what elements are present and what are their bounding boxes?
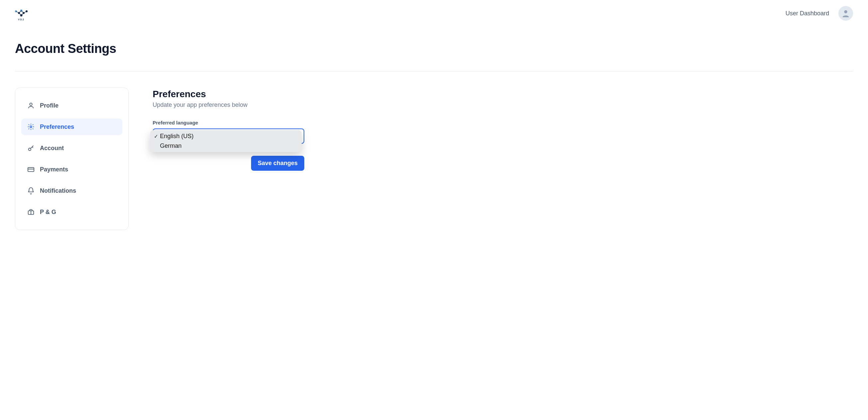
sidebar-item-profile[interactable]: Profile (21, 97, 122, 114)
briefcase-icon (27, 208, 35, 216)
svg-line-8 (21, 11, 24, 13)
header-right: User Dashboard (785, 6, 853, 21)
dashboard-link[interactable]: User Dashboard (785, 10, 829, 17)
sidebar-item-label: Notifications (40, 187, 76, 194)
sidebar-item-label: Preferences (40, 123, 74, 130)
save-button[interactable]: Save changes (251, 156, 304, 171)
user-icon (27, 102, 35, 109)
language-dropdown: ✓ English (US) German (150, 130, 302, 152)
svg-point-14 (30, 126, 32, 128)
app-header: VD2 User Dashboard (0, 0, 868, 27)
language-label: Preferred language (153, 120, 198, 125)
svg-line-10 (19, 13, 21, 15)
logo-icon (13, 6, 29, 18)
avatar-icon (841, 9, 850, 18)
svg-point-15 (29, 148, 31, 150)
gear-icon (27, 123, 35, 130)
card-icon (27, 166, 35, 173)
page-title: Account Settings (15, 41, 853, 56)
content-row: Profile Preferences Account Payments (15, 88, 853, 230)
sidebar-item-preferences[interactable]: Preferences (21, 118, 122, 135)
svg-rect-16 (28, 168, 34, 172)
sidebar-item-notifications[interactable]: Notifications (21, 182, 122, 199)
form-actions: Save changes (153, 156, 304, 171)
logo-text: VD2 (18, 18, 25, 21)
dropdown-option-label: English (US) (160, 133, 193, 140)
section-subtitle: Update your app preferences below (153, 101, 853, 109)
page-container: Account Settings Profile Preferences Ac (0, 27, 868, 230)
bell-icon (27, 187, 35, 194)
sidebar-item-pg[interactable]: P & G (21, 204, 122, 220)
sidebar-item-label: P & G (40, 209, 56, 216)
main-panel: Preferences Update your app preferences … (153, 88, 853, 230)
divider (15, 71, 853, 71)
sidebar-item-payments[interactable]: Payments (21, 161, 122, 178)
language-option-en[interactable]: ✓ English (US) (150, 131, 302, 141)
sidebar-item-label: Payments (40, 166, 68, 173)
svg-point-12 (844, 10, 847, 13)
language-option-de[interactable]: German (150, 141, 302, 151)
settings-sidebar: Profile Preferences Account Payments (15, 88, 129, 230)
sidebar-item-account[interactable]: Account (21, 140, 122, 156)
svg-line-7 (19, 11, 21, 13)
check-icon: ✓ (153, 133, 159, 140)
sidebar-item-label: Profile (40, 102, 59, 109)
key-icon (27, 144, 35, 152)
section-title: Preferences (153, 89, 853, 99)
sidebar-item-label: Account (40, 145, 64, 152)
dropdown-option-label: German (160, 143, 182, 149)
svg-line-11 (21, 13, 24, 15)
svg-point-13 (30, 103, 32, 106)
app-logo[interactable]: VD2 (13, 6, 29, 21)
avatar[interactable] (838, 6, 853, 21)
